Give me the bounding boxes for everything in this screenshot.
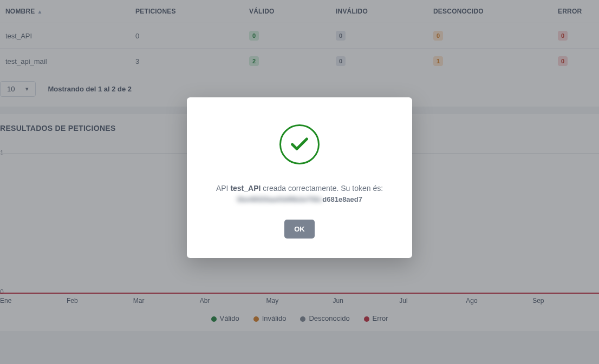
check-icon [203,124,396,164]
api-token: 3be40020aa43df8b2e756cd681e8aed7 [203,195,396,203]
modal-message: API test_API creada correctamente. Su to… [203,183,396,194]
ok-button[interactable]: OK [284,220,315,239]
success-modal: API test_API creada correctamente. Su to… [187,97,412,258]
